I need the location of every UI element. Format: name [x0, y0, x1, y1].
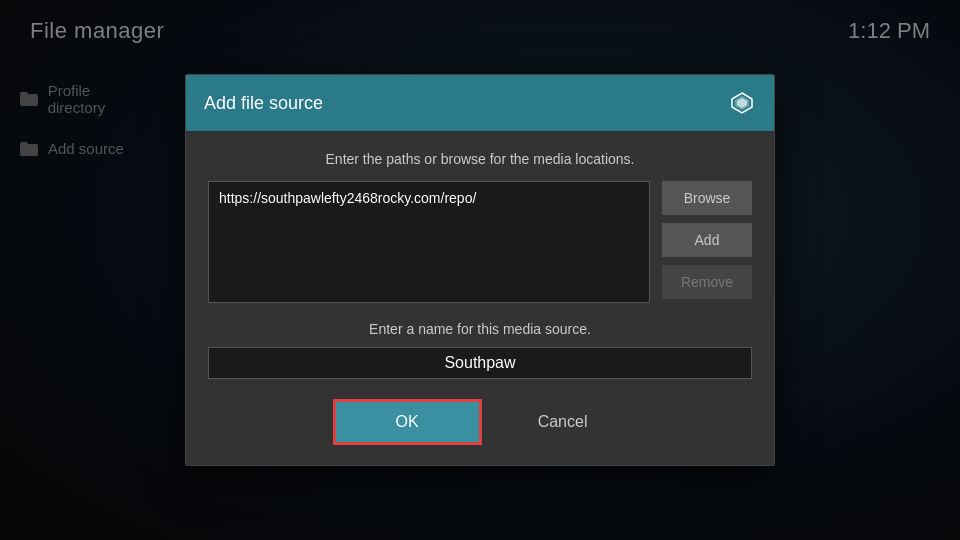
source-url-input[interactable]: [219, 190, 639, 290]
add-button[interactable]: Add: [662, 223, 752, 257]
action-buttons: OK Cancel: [208, 399, 752, 445]
add-file-source-dialog: Add file source Enter the paths or brows…: [185, 74, 775, 466]
kodi-logo-icon: [728, 89, 756, 117]
dialog-title: Add file source: [204, 93, 323, 114]
remove-button: Remove: [662, 265, 752, 299]
name-instruction: Enter a name for this media source.: [208, 321, 752, 337]
ok-button[interactable]: OK: [333, 399, 482, 445]
source-name-container[interactable]: [208, 347, 752, 379]
dialog-body: Enter the paths or browse for the media …: [186, 131, 774, 465]
modal-overlay: Add file source Enter the paths or brows…: [0, 0, 960, 540]
source-area: Browse Add Remove: [208, 181, 752, 303]
source-name-input[interactable]: [219, 354, 741, 372]
paths-instruction: Enter the paths or browse for the media …: [208, 151, 752, 167]
source-action-buttons: Browse Add Remove: [662, 181, 752, 303]
browse-button[interactable]: Browse: [662, 181, 752, 215]
cancel-button[interactable]: Cancel: [498, 399, 628, 445]
source-url-container[interactable]: [208, 181, 650, 303]
dialog-header: Add file source: [186, 75, 774, 131]
